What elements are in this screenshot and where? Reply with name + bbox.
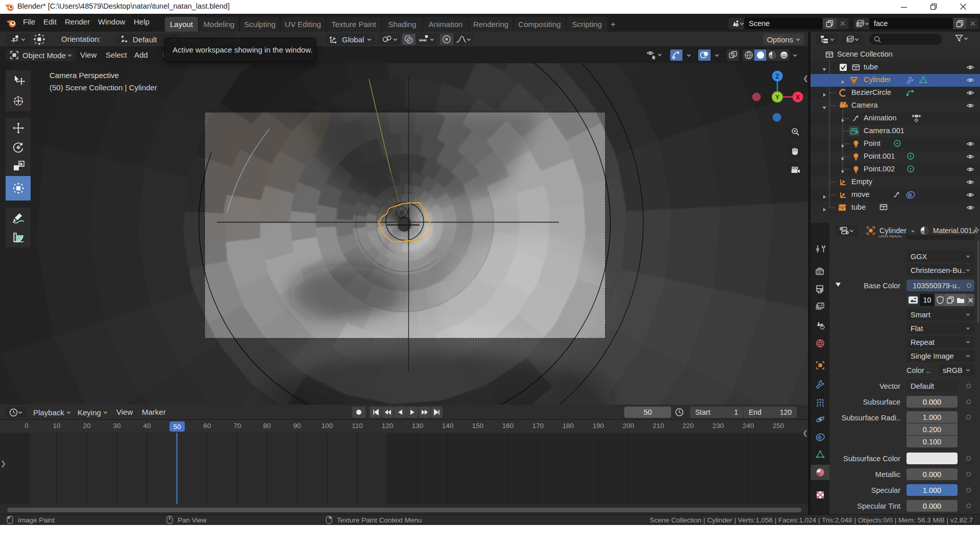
svg-text:Y: Y [775,94,779,101]
svg-text:Z: Z [775,73,779,80]
svg-text:X: X [796,94,800,101]
